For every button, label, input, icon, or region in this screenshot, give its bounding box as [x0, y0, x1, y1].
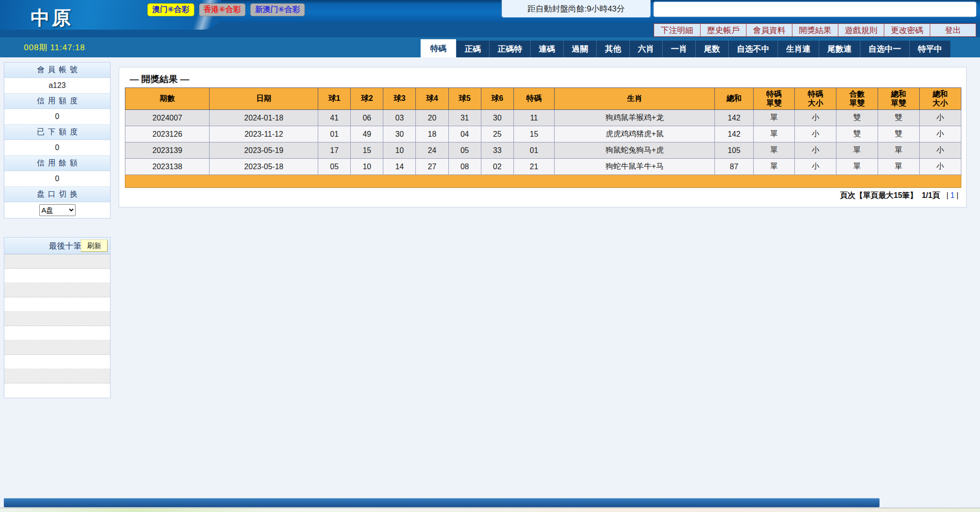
column-header-9: 生肖: [555, 88, 715, 110]
account-field-value-2: 0: [4, 140, 110, 156]
tab-4[interactable]: 過關: [563, 41, 596, 57]
menu-item-3[interactable]: 開獎結果: [792, 24, 838, 36]
last-ten-panel: 最後十筆 刷新: [4, 237, 111, 398]
column-header-3: 球2: [351, 88, 383, 110]
last-ten-rows: [4, 254, 110, 398]
cell-ball-3: 10: [383, 142, 416, 159]
tab-2[interactable]: 正碼特: [489, 41, 530, 57]
results-title: — 開獎結果 —: [130, 73, 189, 86]
account-field-label-3: 信用餘額: [4, 156, 110, 171]
cell-total: 142: [715, 126, 753, 142]
column-header-13: 合數 單雙: [836, 88, 878, 110]
menu-item-0[interactable]: 下注明細: [654, 24, 700, 36]
tab-5[interactable]: 其他: [596, 41, 629, 57]
cell-zodiac: 狗蛇牛鼠羊牛+马: [555, 159, 715, 175]
cell-period: 2023138: [125, 159, 210, 175]
pagination-page-1[interactable]: 1: [948, 191, 957, 199]
tab-11[interactable]: 尾數連: [819, 41, 860, 57]
column-header-0: 期數: [125, 88, 210, 110]
cell-total: 105: [715, 142, 753, 159]
bet-type-tabs: 特碼正碼正碼特連碼過關其他六肖一肖尾数自选不中生肖連尾數連自选中一特平中: [421, 39, 950, 57]
cell-ball-3: 03: [383, 110, 416, 126]
cell-ball-4: 18: [416, 126, 448, 142]
pagination-info: 頁次【單頁最大15筆】: [840, 191, 918, 199]
cell-ball-3: 14: [383, 159, 416, 175]
cell-flag-0: 單: [753, 126, 795, 142]
cell-ball-6: 33: [481, 142, 513, 159]
cell-flag-3: 雙: [878, 110, 919, 126]
tab-1[interactable]: 正碼: [456, 41, 489, 57]
menu-item-4[interactable]: 遊戲規則: [838, 24, 884, 36]
last-ten-row: [4, 297, 110, 312]
cell-ball-1: 01: [318, 126, 351, 142]
refresh-button[interactable]: 刷新: [81, 240, 108, 252]
tab-6[interactable]: 六肖: [629, 41, 662, 57]
last-ten-row: [4, 326, 110, 340]
last-ten-row: [4, 283, 110, 297]
cell-period: 2024007: [125, 110, 210, 126]
cell-total: 87: [715, 159, 753, 175]
cell-ball-3: 30: [383, 126, 416, 142]
cell-flag-2: 單: [836, 142, 878, 159]
menu-item-6[interactable]: 登出: [930, 24, 976, 36]
results-table: 期數日期球1球2球3球4球5球6特碼生肖總和特碼 單雙特碼 大小合數 單雙總和 …: [125, 87, 961, 188]
tab-0[interactable]: 特碼: [421, 39, 456, 57]
account-field-label-2: 已下額度: [4, 125, 110, 140]
cell-ball-2: 15: [351, 142, 383, 159]
cell-period: 2023126: [125, 126, 210, 142]
cell-ball-5: 08: [448, 159, 481, 175]
cell-ball-4: 27: [416, 159, 448, 175]
last-ten-row: [4, 312, 110, 326]
cell-date: 2023-11-12: [210, 126, 318, 142]
menu-item-5[interactable]: 更改密碼: [884, 24, 930, 36]
lottery-button-1[interactable]: 香港⑥合彩: [199, 3, 246, 16]
tab-13[interactable]: 特平中: [909, 41, 950, 57]
bottom-scroll-bar[interactable]: [4, 498, 880, 507]
lottery-type-buttons: 澳门⑥合彩香港⑥合彩新澳门⑥合彩: [147, 3, 305, 16]
column-header-8: 特碼: [513, 88, 555, 110]
cell-flag-1: 小: [795, 126, 836, 142]
result-row: 20240072024-01-1841060320313011狗鸡鼠羊猴鸡+龙1…: [125, 110, 961, 126]
results-panel: — 開獎結果 — 期數日期球1球2球3球4球5球6特碼生肖總和特碼 單雙特碼 大…: [119, 67, 967, 207]
menu-item-1[interactable]: 歷史帳戶: [700, 24, 746, 36]
account-field-value-3: 0: [4, 171, 110, 187]
lottery-button-0[interactable]: 澳门⑥合彩: [147, 3, 194, 16]
lottery-button-2[interactable]: 新澳门⑥合彩: [250, 3, 305, 16]
cell-date: 2024-01-18: [210, 110, 318, 126]
column-header-7: 球6: [481, 88, 513, 110]
cell-zodiac: 狗鸡鼠羊猴鸡+龙: [555, 110, 715, 126]
cell-zodiac: 虎虎鸡鸡猪虎+鼠: [555, 126, 715, 142]
column-header-15: 總和 大小: [919, 88, 961, 110]
tab-9[interactable]: 自选不中: [728, 41, 778, 57]
result-row: 20231262023-11-1201493018042515虎虎鸡鸡猪虎+鼠1…: [125, 126, 961, 142]
cell-flag-1: 小: [795, 110, 836, 126]
plate-select[interactable]: A盘: [39, 204, 76, 216]
cell-ball-2: 10: [351, 159, 383, 175]
tab-10[interactable]: 生肖連: [778, 41, 819, 57]
account-field-value-0: a123: [4, 78, 110, 94]
column-header-2: 球1: [318, 88, 351, 110]
tab-3[interactable]: 連碼: [530, 41, 563, 57]
cell-flag-0: 單: [753, 159, 795, 175]
account-field-value-1: 0: [4, 109, 110, 125]
column-header-14: 總和 單雙: [878, 88, 919, 110]
header: 中原 澳门⑥合彩香港⑥合彩新澳门⑥合彩 距自動封盤尚餘:9小時43分 下注明細歷…: [0, 0, 980, 37]
cell-ball-6: 25: [481, 126, 513, 142]
tab-7[interactable]: 一肖: [662, 41, 695, 57]
cell-special: 21: [513, 159, 555, 175]
last-ten-row: [4, 340, 110, 355]
result-row: 20231382023-05-1805101427080221狗蛇牛鼠羊牛+马8…: [125, 159, 961, 175]
tab-8[interactable]: 尾数: [695, 41, 728, 57]
cell-flag-4: 小: [919, 110, 961, 126]
cell-ball-5: 04: [448, 126, 481, 142]
menu-item-2[interactable]: 會員資料: [746, 24, 792, 36]
tab-12[interactable]: 自选中一: [860, 41, 909, 57]
cell-ball-1: 05: [318, 159, 351, 175]
cell-ball-2: 06: [351, 110, 383, 126]
period-clock: 008期 11:47:18: [24, 42, 85, 53]
column-header-1: 日期: [210, 88, 318, 110]
page: 中原 澳门⑥合彩香港⑥合彩新澳门⑥合彩 距自動封盤尚餘:9小時43分 下注明細歷…: [0, 0, 980, 512]
cell-ball-1: 17: [318, 142, 351, 159]
cell-flag-2: 單: [836, 159, 878, 175]
announcement-box: [653, 1, 977, 18]
